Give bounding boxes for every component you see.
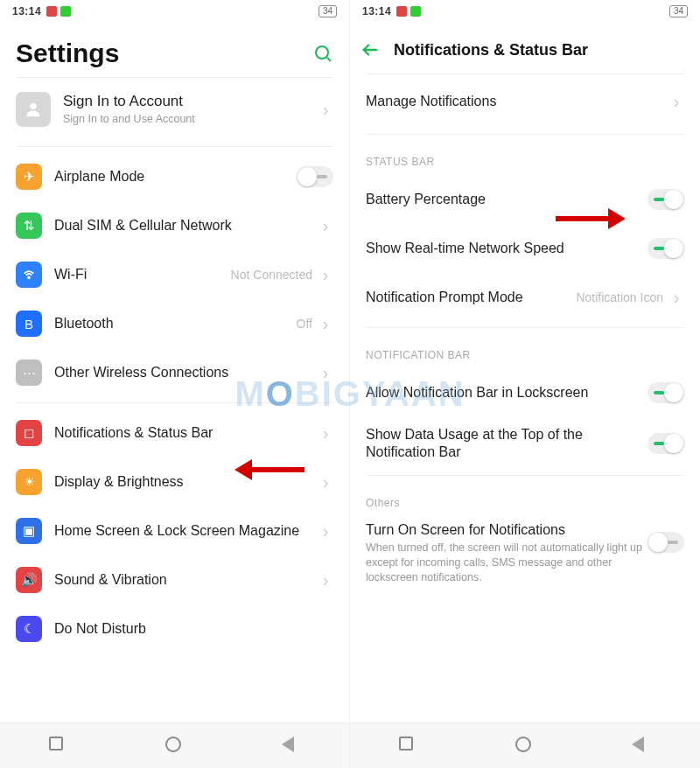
- home-screen-icon: ▣: [16, 518, 42, 544]
- status-time: 13:14: [12, 5, 41, 17]
- nav-home-button[interactable]: [165, 737, 185, 756]
- chevron-right-icon: ›: [668, 289, 684, 306]
- bluetooth-value: Off: [297, 317, 312, 331]
- battery-indicator: 34: [318, 5, 337, 17]
- nav-home-button[interactable]: [515, 737, 535, 756]
- row-do-not-disturb[interactable]: ☾ Do Not Disturb: [16, 604, 333, 653]
- status-icons: [46, 6, 71, 17]
- chevron-right-icon: ›: [318, 315, 333, 332]
- row-sound-vibration[interactable]: 🔊 Sound & Vibration ›: [16, 555, 333, 604]
- chevron-right-icon: ›: [318, 364, 333, 381]
- page-header: Notifications & Status Bar: [350, 23, 700, 73]
- svg-point-3: [28, 276, 30, 278]
- sign-in-row[interactable]: Sign In to Account Sign In to and Use Ac…: [16, 78, 333, 141]
- page-title: Settings: [16, 38, 312, 68]
- notifications-screen: 13:14 34 Notifications & Status Bar Mana…: [350, 0, 700, 768]
- sim-icon: ⇅: [16, 213, 42, 239]
- bluetooth-icon: B: [16, 311, 42, 337]
- row-display-brightness[interactable]: ☀ Display & Brightness ›: [16, 457, 333, 506]
- chevron-right-icon: ›: [318, 473, 333, 491]
- nav-recent-button[interactable]: [49, 737, 68, 756]
- svg-point-2: [30, 103, 36, 109]
- row-data-usage-top[interactable]: Show Data Usage at the Top of the Notifi…: [366, 417, 684, 470]
- chevron-right-icon: ›: [318, 217, 333, 234]
- settings-list[interactable]: Sign In to Account Sign In to and Use Ac…: [0, 78, 349, 723]
- row-notification-prompt-mode[interactable]: Notification Prompt Mode Notification Ic…: [366, 273, 684, 322]
- row-bluetooth[interactable]: B Bluetooth Off ›: [16, 299, 333, 348]
- row-turn-on-screen[interactable]: Turn On Screen for Notifications When tu…: [366, 516, 684, 594]
- row-manage-notifications[interactable]: Manage Notifications ›: [366, 74, 684, 129]
- chevron-right-icon: ›: [318, 522, 333, 540]
- nav-back-button[interactable]: [282, 737, 301, 756]
- notification-icon: ◻: [16, 420, 42, 446]
- prompt-mode-value: Notification Icon: [576, 290, 663, 304]
- section-others: Others: [366, 481, 684, 516]
- navigation-bar: [0, 723, 349, 768]
- row-battery-percentage[interactable]: Battery Percentage: [366, 175, 684, 224]
- page-title: Notifications & Status Bar: [394, 41, 588, 59]
- account-icon: [16, 92, 51, 127]
- notifications-list[interactable]: Manage Notifications › STATUS BAR Batter…: [350, 74, 700, 723]
- search-icon[interactable]: [312, 43, 333, 64]
- status-icons: [396, 6, 421, 17]
- sound-icon: 🔊: [16, 567, 42, 593]
- lockscreen-toggle[interactable]: [648, 382, 684, 403]
- dnd-icon: ☾: [16, 616, 42, 642]
- status-bar: 13:14 34: [350, 0, 700, 23]
- svg-line-1: [327, 58, 331, 61]
- settings-screen: 13:14 34 Settings Sign In to Account Sig…: [0, 0, 350, 768]
- settings-header: Settings: [0, 23, 349, 77]
- wifi-value: Not Connected: [231, 268, 312, 282]
- chevron-right-icon: ›: [318, 266, 333, 283]
- screen-on-toggle[interactable]: [648, 532, 684, 553]
- status-chip-2: [410, 6, 421, 17]
- battery-indicator: 34: [669, 5, 688, 17]
- more-icon: ⋯: [16, 360, 42, 386]
- airplane-icon: ✈: [16, 164, 42, 190]
- row-wifi[interactable]: Wi-Fi Not Connected ›: [16, 250, 333, 299]
- battery-percentage-toggle[interactable]: [648, 189, 684, 210]
- chevron-right-icon: ›: [318, 101, 333, 118]
- airplane-toggle[interactable]: [297, 166, 333, 187]
- chevron-right-icon: ›: [318, 424, 333, 442]
- status-chip-1: [46, 6, 57, 17]
- row-dual-sim[interactable]: ⇅ Dual SIM & Cellular Network ›: [16, 201, 333, 250]
- back-button[interactable]: [355, 35, 385, 65]
- chevron-right-icon: ›: [318, 571, 333, 589]
- row-allow-lockscreen[interactable]: Allow Notification Bar in Lockscreen: [366, 368, 684, 417]
- sign-in-title: Sign In to Account: [63, 92, 318, 110]
- network-speed-toggle[interactable]: [648, 238, 684, 259]
- status-bar: 13:14 34: [0, 0, 349, 23]
- status-chip-2: [60, 6, 71, 17]
- data-usage-toggle[interactable]: [648, 433, 684, 454]
- nav-recent-button[interactable]: [399, 737, 418, 756]
- row-other-wireless[interactable]: ⋯ Other Wireless Connections ›: [16, 348, 333, 397]
- status-time: 13:14: [362, 5, 391, 17]
- nav-back-button[interactable]: [632, 737, 651, 756]
- sign-in-sub: Sign In to and Use Account: [63, 112, 318, 127]
- chevron-right-icon: ›: [668, 93, 684, 110]
- status-chip-1: [396, 6, 407, 17]
- wifi-icon: [16, 262, 42, 288]
- section-notification-bar: NOTIFICATION BAR: [366, 333, 684, 368]
- row-airplane-mode[interactable]: ✈ Airplane Mode: [16, 152, 333, 201]
- brightness-icon: ☀: [16, 469, 42, 495]
- navigation-bar: [350, 723, 700, 768]
- row-notifications-statusbar[interactable]: ◻ Notifications & Status Bar ›: [16, 408, 333, 457]
- row-network-speed[interactable]: Show Real-time Network Speed: [366, 224, 684, 273]
- svg-point-0: [316, 46, 328, 59]
- section-status-bar: STATUS BAR: [366, 140, 684, 175]
- row-home-lock-screen[interactable]: ▣ Home Screen & Lock Screen Magazine ›: [16, 506, 333, 555]
